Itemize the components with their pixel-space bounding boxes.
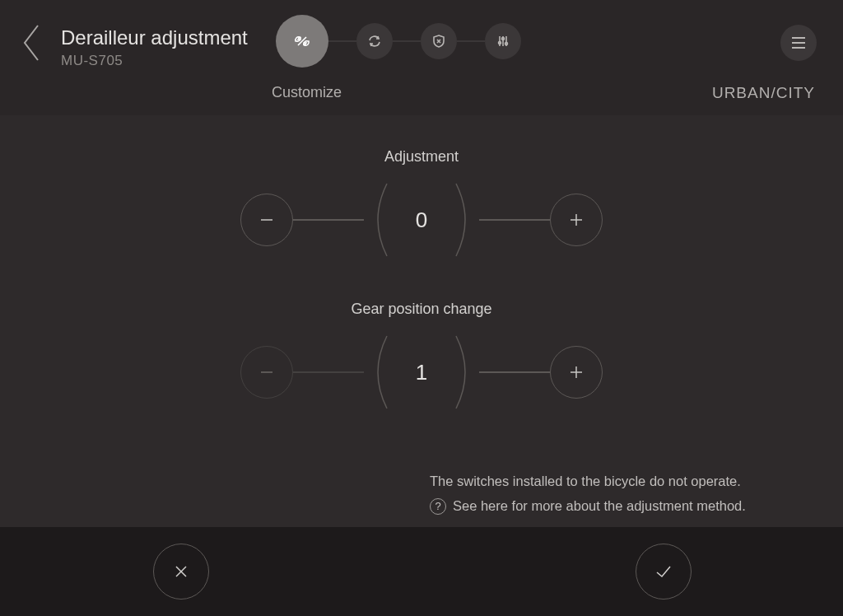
adjustment-minus-button[interactable] bbox=[240, 194, 293, 246]
gear-row: 1 bbox=[240, 333, 603, 412]
info-help-link[interactable]: ? See here for more about the adjustment… bbox=[430, 494, 746, 519]
check-icon bbox=[651, 559, 676, 584]
info-block: The switches installed to the bicycle do… bbox=[430, 469, 746, 518]
confirm-button[interactable] bbox=[636, 544, 692, 600]
rail bbox=[479, 219, 550, 221]
adjustment-value-box: 0 bbox=[364, 180, 479, 259]
chevron-left-icon bbox=[20, 22, 41, 63]
step-customize[interactable] bbox=[276, 15, 328, 68]
step-protect[interactable] bbox=[421, 23, 457, 59]
cancel-button[interactable] bbox=[153, 544, 209, 600]
tools-icon bbox=[291, 30, 314, 53]
shield-x-icon bbox=[431, 33, 447, 49]
gear-minus-button[interactable] bbox=[240, 346, 293, 399]
rail bbox=[479, 371, 550, 373]
gear-value-box: 1 bbox=[364, 333, 479, 412]
lens-frame-icon bbox=[364, 333, 479, 412]
menu-button[interactable] bbox=[780, 25, 817, 61]
adjustment-plus-button[interactable] bbox=[550, 194, 603, 246]
gear-plus-button[interactable] bbox=[550, 346, 603, 399]
info-line2: See here for more about the adjustment m… bbox=[453, 494, 746, 519]
step-tune[interactable] bbox=[485, 23, 521, 59]
lens-frame-icon bbox=[364, 180, 479, 259]
back-button[interactable] bbox=[16, 18, 44, 68]
rail bbox=[293, 219, 364, 221]
sliders-icon bbox=[495, 33, 511, 49]
gear-label: Gear position change bbox=[240, 301, 603, 318]
minus-icon bbox=[256, 209, 277, 231]
step-label: Customize bbox=[272, 84, 342, 101]
header: Derailleur adjustment MU-S705 bbox=[0, 0, 843, 115]
plus-icon bbox=[566, 362, 587, 383]
controls: Adjustment 0 Gear position change bbox=[0, 115, 843, 412]
step-connector bbox=[328, 40, 356, 42]
step-connector bbox=[393, 40, 421, 42]
rail bbox=[293, 371, 364, 373]
gear-group: Gear position change 1 bbox=[240, 301, 603, 412]
title-block: Derailleur adjustment MU-S705 bbox=[61, 26, 248, 69]
adjustment-label: Adjustment bbox=[240, 148, 603, 166]
close-icon bbox=[170, 561, 192, 582]
help-icon: ? bbox=[430, 498, 446, 515]
minus-icon bbox=[256, 362, 277, 383]
page-title: Derailleur adjustment bbox=[61, 26, 248, 49]
page-subtitle: MU-S705 bbox=[61, 53, 248, 69]
wizard-steps bbox=[276, 23, 521, 59]
step-connector bbox=[457, 40, 485, 42]
footer bbox=[0, 527, 843, 616]
mode-label: URBAN/CITY bbox=[712, 84, 815, 102]
menu-icon bbox=[792, 37, 805, 49]
adjustment-row: 0 bbox=[240, 180, 603, 259]
sync-icon bbox=[366, 33, 383, 49]
info-line1: The switches installed to the bicycle do… bbox=[430, 469, 746, 494]
adjustment-group: Adjustment 0 bbox=[240, 148, 603, 259]
plus-icon bbox=[566, 209, 587, 231]
step-sync[interactable] bbox=[356, 23, 393, 59]
